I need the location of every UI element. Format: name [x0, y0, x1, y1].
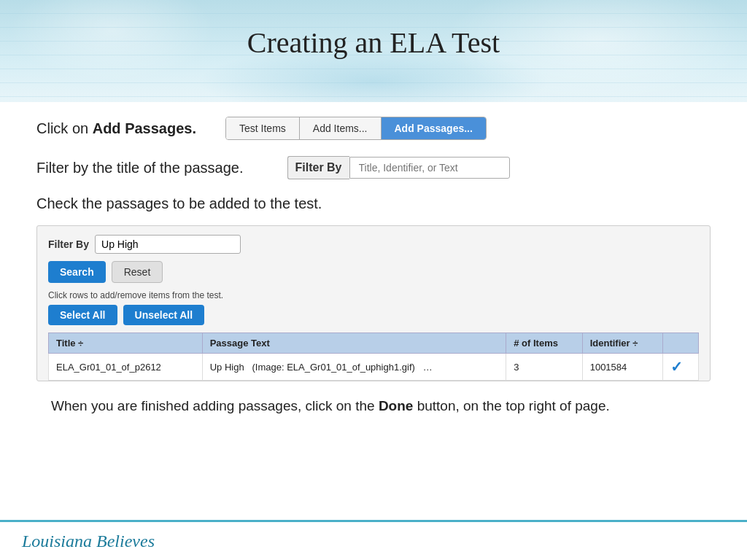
panel-select-info: Click rows to add/remove items from the … [48, 290, 699, 300]
panel-filter-input[interactable] [95, 235, 241, 254]
reset-button[interactable]: Reset [112, 261, 163, 283]
instruction-bold: Add Passages. [93, 120, 196, 136]
cell-passage: Up High (Image: ELA_Gr01_01_of_uphigh1.g… [202, 354, 506, 381]
panel-select-btn-row: Select All Unselect All [48, 305, 699, 325]
done-post: button, on the top right of page. [413, 398, 609, 413]
unselect-all-button[interactable]: Unselect All [123, 305, 205, 325]
header: Creating an ELA Test [0, 0, 747, 102]
checkmark-icon: ✓ [670, 359, 683, 375]
passage-ellipsis: … [423, 362, 433, 373]
main-content: Click on Add Passages. Test Items Add It… [0, 102, 747, 432]
instruction-check: Check the passages to be added to the te… [36, 195, 711, 212]
panel-btn-row: Search Reset [48, 261, 699, 283]
row-check-passages: Check the passages to be added to the te… [36, 195, 711, 212]
filter-inline-input[interactable] [349, 157, 510, 179]
passage-detail: (Image: ELA_Gr01_01_of_uphigh1.gif) [252, 362, 415, 373]
row-filter-title: Filter by the title of the passage. Filt… [36, 156, 711, 179]
table-header-row: Title ÷ Passage Text # of Items Identifi… [49, 333, 699, 354]
instruction-add-passages: Click on Add Passages. [36, 120, 196, 137]
filter-inline-group: Filter By [287, 156, 510, 179]
page-title: Creating an ELA Test [0, 0, 747, 60]
table-row[interactable]: ELA_Gr01_01_of_p2612 Up High (Image: ELA… [49, 354, 699, 381]
panel-filter-row: Filter By [48, 235, 699, 254]
col-passage-text: Passage Text [202, 333, 506, 354]
instruction-pre: Click on [36, 120, 93, 136]
panel-filter-label: Filter By [48, 238, 89, 250]
instruction-filter: Filter by the title of the passage. [36, 160, 244, 176]
tab-add-items[interactable]: Add Items... [300, 117, 382, 139]
tab-test-items[interactable]: Test Items [226, 117, 300, 139]
done-bold: Done [379, 398, 414, 413]
passage-title: Up High [210, 362, 244, 373]
col-title: Title ÷ [49, 333, 203, 354]
row-add-passages: Click on Add Passages. Test Items Add It… [36, 117, 711, 140]
cell-items: 3 [506, 354, 582, 381]
select-all-button[interactable]: Select All [48, 305, 117, 325]
search-button[interactable]: Search [48, 261, 106, 283]
row-done-instruction: When you are finished adding passages, c… [36, 396, 711, 417]
done-instruction-text: When you are finished adding passages, c… [51, 396, 696, 417]
footer: Louisiana Believes [0, 520, 747, 560]
done-pre: When you are finished adding passages, c… [51, 398, 379, 413]
tab-add-passages[interactable]: Add Passages... [382, 117, 486, 139]
passages-panel: Filter By Search Reset Click rows to add… [36, 225, 711, 381]
col-items: # of Items [506, 333, 582, 354]
col-identifier: Identifier ÷ [582, 333, 663, 354]
passages-table: Title ÷ Passage Text # of Items Identifi… [48, 332, 699, 381]
cell-checkmark: ✓ [663, 354, 699, 381]
filter-by-label: Filter By [287, 156, 349, 179]
tab-group: Test Items Add Items... Add Passages... [225, 117, 487, 140]
footer-text: Louisiana Believes [22, 532, 155, 551]
cell-identifier: 1001584 [582, 354, 663, 381]
cell-title: ELA_Gr01_01_of_p2612 [49, 354, 203, 381]
col-selected [663, 333, 699, 354]
